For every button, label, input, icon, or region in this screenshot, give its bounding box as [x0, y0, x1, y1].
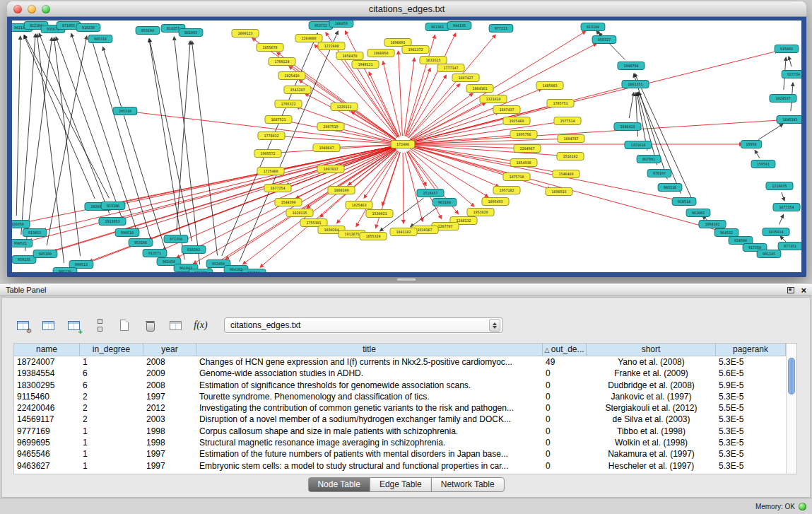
graph-edge[interactable] [345, 31, 399, 137]
graph-node[interactable]: 976531 [242, 269, 266, 273]
window-titlebar[interactable]: citations_edges.txt [7, 1, 806, 17]
graph-node[interactable]: 1846413 [614, 123, 641, 131]
graph-node[interactable]: 1825463 [346, 201, 372, 209]
graph-node[interactable]: 1655324 [360, 233, 387, 240]
graph-node[interactable]: 990531 [12, 240, 33, 247]
combo-arrows-icon[interactable] [489, 319, 500, 332]
graph-node[interactable]: 959135 [12, 256, 36, 264]
graph-node[interactable]: 915803 [775, 45, 799, 53]
graph-edge[interactable] [758, 124, 783, 139]
tab-edge-table[interactable]: Edge Table [370, 477, 432, 492]
graph-node[interactable]: 901245 [757, 250, 781, 258]
graph-node[interactable]: 1855678 [257, 44, 283, 52]
delete-table-icon[interactable] [139, 315, 160, 335]
graph-node[interactable]: 1895493 [482, 198, 509, 206]
graph-node[interactable]: 1607427 [452, 74, 479, 82]
graph-node[interactable]: 1696091 [384, 39, 411, 47]
create-column-icon[interactable]: + [63, 315, 84, 335]
graph-node[interactable]: 1687521 [265, 116, 292, 124]
minimize-window-button[interactable] [28, 5, 36, 13]
graph-node[interactable]: 813104 [581, 23, 605, 31]
graph-edge[interactable] [39, 33, 109, 214]
graph-node[interactable]: 905190 [33, 250, 57, 258]
graph-edge[interactable] [403, 153, 404, 223]
graph-edge[interactable] [149, 39, 184, 259]
graph-node[interactable]: 913853 [23, 229, 47, 237]
graph-edge[interactable] [21, 34, 35, 235]
graph-edge[interactable] [54, 37, 80, 256]
graph-node[interactable]: 1894102 [699, 221, 726, 228]
graph-node[interactable]: 990513 [69, 261, 93, 269]
graph-node[interactable]: 853104 [136, 27, 160, 35]
graph-node[interactable]: 1696915 [546, 188, 572, 196]
graph-edge[interactable] [410, 93, 473, 139]
graph-node[interactable]: 905318 [88, 35, 112, 43]
table-row[interactable]: 1938455462009Genome-wide association stu… [14, 368, 786, 379]
graph-node[interactable]: 964532 [714, 229, 739, 237]
graph-node[interactable]: 1222608 [318, 42, 345, 50]
merge-tables-icon[interactable] [88, 315, 110, 335]
graph-node[interactable]: 1628115 [286, 209, 313, 217]
graph-node[interactable]: 1854938 [510, 159, 537, 167]
scrollbar-thumb[interactable] [788, 358, 795, 395]
graph-node[interactable]: 2087519 [317, 123, 344, 131]
close-window-button[interactable] [13, 5, 22, 13]
graph-node[interactable]: 935272 [189, 269, 213, 273]
graph-node[interactable]: 918203 [182, 246, 206, 254]
graph-edge[interactable] [405, 153, 423, 222]
graph-node[interactable]: 1607437 [493, 106, 520, 114]
graph-node[interactable]: 971350 [164, 235, 188, 243]
graph-node[interactable]: 1915469 [503, 117, 530, 125]
graph-edge[interactable] [596, 30, 601, 35]
graph-node[interactable]: 953106 [129, 239, 153, 247]
graph-node[interactable]: 979197 [647, 170, 671, 177]
graph-node[interactable]: 859327 [592, 36, 616, 44]
graph-node[interactable]: 1948121 [352, 61, 379, 69]
graph-node[interactable]: 2264088 [295, 35, 322, 42]
zoom-window-button[interactable] [42, 5, 50, 13]
graph-node[interactable]: 1097037 [317, 165, 344, 173]
graph-node[interactable]: 1321610 [480, 95, 507, 103]
graph-node[interactable]: 1785751 [547, 100, 574, 107]
column-header-6[interactable]: pagerank [716, 344, 786, 356]
graph-node[interactable]: 1957182 [493, 187, 520, 194]
table-selector[interactable]: citations_edges.txt [224, 317, 503, 333]
function-builder-icon[interactable]: f(x) [190, 315, 211, 335]
graph-node[interactable]: 166459 [329, 21, 353, 28]
close-panel-icon[interactable]: × [801, 286, 806, 295]
graph-node[interactable]: 1677354 [773, 204, 800, 211]
graph-edge[interactable] [399, 51, 403, 136]
graph-node[interactable]: 977351 [778, 243, 801, 250]
graph-node[interactable]: 1755301 [300, 219, 327, 227]
graph-node[interactable]: 1485083 [536, 82, 563, 90]
graph-node[interactable]: 1530021 [366, 210, 393, 218]
graph-node[interactable]: 1210035 [766, 182, 793, 190]
column-header-0[interactable]: name [14, 344, 80, 356]
graph-node[interactable]: 2204967 [514, 145, 541, 153]
table-scrollbar[interactable] [786, 344, 796, 474]
table-row[interactable]: 969969511998Structural magnetic resonanc… [14, 437, 786, 448]
graph-node[interactable]: 905130 [53, 268, 77, 273]
table-row[interactable]: 946362711997Embryonic stem cells: a mode… [14, 460, 786, 472]
graph-edge[interactable] [408, 151, 440, 196]
float-panel-icon[interactable] [787, 287, 794, 293]
graph-node[interactable]: 1604787 [558, 135, 584, 143]
network-canvas[interactable]: 1724061855678176012418254101543287179532… [12, 21, 801, 272]
graph-node[interactable]: 1645343 [777, 116, 801, 124]
graph-edge[interactable] [16, 36, 20, 216]
column-header-2[interactable]: year [143, 344, 196, 356]
table-row[interactable]: 946554611997Estimation of the future num… [14, 448, 786, 460]
graph-edge[interactable] [56, 37, 124, 224]
graph-node[interactable]: 1516162 [557, 153, 584, 160]
graph-node[interactable]: 913571 [143, 250, 167, 257]
panel-splitter[interactable] [0, 277, 812, 283]
table-row[interactable]: 977716911998Corpus callosum shape and si… [14, 426, 786, 437]
splitter-grip-icon[interactable] [397, 279, 416, 281]
graph-node[interactable]: 1961372 [402, 46, 429, 54]
graph-node[interactable]: 961361 [425, 23, 449, 31]
graph-node[interactable]: 1895756 [510, 131, 537, 139]
graph-node[interactable]: 1321616 [625, 141, 652, 149]
table-row[interactable]: 1830029562008Estimation of significance … [14, 380, 786, 391]
graph-node[interactable]: 1677254 [264, 185, 291, 192]
graph-node[interactable]: 1600123 [232, 30, 259, 37]
